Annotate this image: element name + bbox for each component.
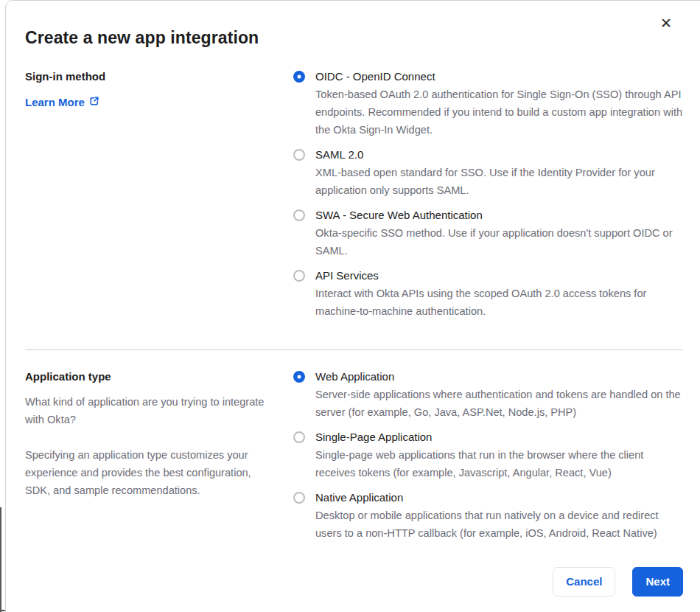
dialog-content: Create a new app integration Sign-in met…: [6, 1, 700, 597]
apptype-option-web[interactable]: Web Application Server-side applications…: [293, 368, 683, 421]
signin-method-options: OIDC - OpenID Connect Token-based OAuth …: [293, 68, 683, 320]
dialog-title: Create a new app integration: [25, 26, 683, 49]
radio-api-services[interactable]: [293, 270, 305, 282]
signin-method-heading: Sign-in method: [25, 68, 271, 86]
radio-single-page-application[interactable]: [293, 431, 305, 443]
learn-more-label: Learn More: [25, 94, 85, 111]
signin-option-saml-label: SAML 2.0: [315, 146, 683, 164]
apptype-option-web-label: Web Application: [315, 368, 683, 386]
signin-option-swa-description: Okta-specific SSO method. Use if your ap…: [315, 224, 683, 260]
radio-saml[interactable]: [293, 149, 305, 161]
signin-option-api-services-description: Interact with Okta APIs using the scoped…: [315, 285, 683, 320]
apptype-option-spa[interactable]: Single-Page Application Single-page web …: [293, 428, 683, 481]
signin-option-oidc[interactable]: OIDC - OpenID Connect Token-based OAuth …: [293, 68, 683, 139]
application-type-question: What kind of application are you trying …: [25, 393, 271, 428]
signin-option-swa-label: SWA - Secure Web Authentication: [315, 206, 683, 224]
background-window-edge: [0, 507, 1, 612]
apptype-option-spa-description: Single-page web applications that run in…: [315, 446, 683, 481]
signin-option-saml[interactable]: SAML 2.0 XML-based open standard for SSO…: [293, 146, 683, 199]
radio-native-application[interactable]: [293, 492, 305, 504]
application-type-heading: Application type: [25, 368, 271, 386]
radio-swa[interactable]: [293, 209, 305, 221]
application-type-explanation: Specifying an application type customize…: [25, 446, 271, 499]
application-type-section: Application type What kind of applicatio…: [25, 368, 683, 542]
background-window-edge-corner: [0, 610, 5, 611]
apptype-option-native[interactable]: Native Application Desktop or mobile app…: [293, 489, 683, 542]
signin-option-oidc-label: OIDC - OpenID Connect: [315, 68, 683, 86]
dialog-footer: Cancel Next: [25, 567, 683, 597]
apptype-option-spa-label: Single-Page Application: [315, 428, 683, 446]
signin-option-api-services[interactable]: API Services Interact with Okta APIs usi…: [293, 267, 683, 320]
signin-option-swa[interactable]: SWA - Secure Web Authentication Okta-spe…: [293, 206, 683, 260]
radio-web-application[interactable]: [293, 371, 305, 383]
signin-option-oidc-description: Token-based OAuth 2.0 authentication for…: [315, 86, 683, 139]
apptype-option-web-description: Server-side applications where authentic…: [315, 386, 683, 421]
apptype-option-native-description: Desktop or mobile applications that run …: [315, 507, 683, 542]
close-icon[interactable]: ✕: [660, 15, 672, 32]
signin-method-section: Sign-in method Learn More: [25, 68, 683, 320]
application-type-options: Web Application Server-side applications…: [293, 368, 683, 542]
signin-option-saml-description: XML-based open standard for SSO. Use if …: [315, 164, 683, 199]
radio-oidc[interactable]: [293, 71, 305, 83]
signin-option-api-services-label: API Services: [315, 267, 683, 285]
section-divider: [25, 350, 683, 350]
cancel-button[interactable]: Cancel: [553, 567, 615, 597]
signin-method-left-column: Sign-in method Learn More: [25, 68, 293, 320]
learn-more-link[interactable]: Learn More: [25, 93, 99, 111]
apptype-option-native-label: Native Application: [315, 489, 683, 507]
application-type-left-column: Application type What kind of applicatio…: [25, 368, 293, 542]
external-link-icon: [89, 94, 99, 111]
create-app-integration-dialog: ✕ Create a new app integration Sign-in m…: [5, 0, 700, 612]
next-button[interactable]: Next: [632, 567, 683, 597]
